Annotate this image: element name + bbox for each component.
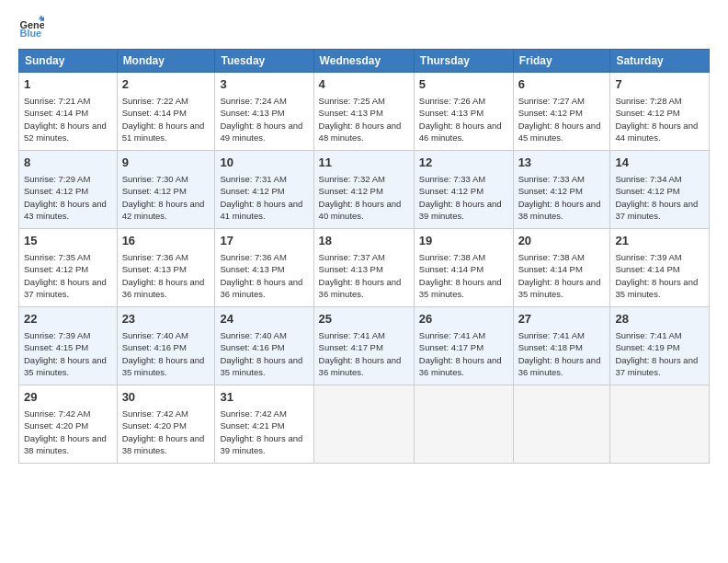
weekday-header: Thursday — [414, 50, 513, 73]
calendar-header-row: SundayMondayTuesdayWednesdayThursdayFrid… — [19, 50, 710, 73]
day-number: 18 — [319, 233, 409, 249]
calendar-cell: 19 Sunrise: 7:38 AM Sunset: 4:14 PM Dayl… — [414, 229, 513, 307]
daylight-text: Daylight: 8 hours and 42 minutes. — [122, 199, 205, 221]
day-number: 20 — [518, 233, 606, 249]
calendar-cell: 4 Sunrise: 7:25 AM Sunset: 4:13 PM Dayli… — [313, 73, 414, 151]
day-number: 16 — [122, 233, 210, 249]
sunset-text: Sunset: 4:12 PM — [518, 186, 583, 196]
weekday-header: Wednesday — [313, 50, 414, 73]
sunrise-text: Sunrise: 7:35 AM — [24, 252, 90, 262]
calendar-cell — [414, 385, 513, 464]
calendar-cell: 30 Sunrise: 7:42 AM Sunset: 4:20 PM Dayl… — [117, 385, 215, 464]
day-number: 9 — [122, 155, 210, 171]
sunrise-text: Sunrise: 7:41 AM — [518, 330, 585, 340]
calendar-week-row: 1 Sunrise: 7:21 AM Sunset: 4:14 PM Dayli… — [19, 73, 710, 151]
day-number: 24 — [220, 311, 308, 327]
day-number: 1 — [24, 76, 112, 93]
sunset-text: Sunset: 4:17 PM — [319, 342, 383, 352]
weekday-header: Friday — [513, 50, 610, 73]
logo-icon: General Blue — [18, 14, 44, 40]
sunset-text: Sunset: 4:13 PM — [419, 108, 483, 118]
daylight-text: Daylight: 8 hours and 36 minutes. — [220, 277, 302, 299]
daylight-text: Daylight: 8 hours and 35 minutes. — [24, 355, 107, 377]
sunset-text: Sunset: 4:20 PM — [24, 420, 88, 431]
calendar-cell: 13 Sunrise: 7:33 AM Sunset: 4:12 PM Dayl… — [513, 151, 610, 229]
day-number: 30 — [122, 389, 210, 406]
sunset-text: Sunset: 4:16 PM — [122, 342, 187, 352]
daylight-text: Daylight: 8 hours and 35 minutes. — [122, 355, 205, 377]
sunset-text: Sunset: 4:12 PM — [220, 186, 284, 196]
calendar-cell — [513, 385, 610, 464]
weekday-header: Saturday — [610, 50, 710, 73]
sunset-text: Sunset: 4:21 PM — [220, 420, 284, 431]
sunrise-text: Sunrise: 7:33 AM — [518, 174, 585, 184]
day-number: 5 — [419, 76, 508, 93]
sunset-text: Sunset: 4:12 PM — [319, 186, 383, 196]
sunrise-text: Sunrise: 7:42 AM — [122, 408, 188, 419]
sunrise-text: Sunrise: 7:31 AM — [220, 174, 286, 184]
sunrise-text: Sunrise: 7:41 AM — [615, 330, 681, 340]
sunrise-text: Sunrise: 7:30 AM — [122, 174, 188, 184]
calendar-cell: 15 Sunrise: 7:35 AM Sunset: 4:12 PM Dayl… — [19, 229, 118, 307]
daylight-text: Daylight: 8 hours and 43 minutes. — [24, 199, 107, 221]
weekday-header: Monday — [117, 50, 215, 73]
calendar-cell: 10 Sunrise: 7:31 AM Sunset: 4:12 PM Dayl… — [215, 151, 313, 229]
day-number: 6 — [518, 76, 606, 93]
sunset-text: Sunset: 4:18 PM — [518, 342, 583, 352]
sunrise-text: Sunrise: 7:42 AM — [24, 408, 90, 419]
daylight-text: Daylight: 8 hours and 40 minutes. — [319, 199, 402, 221]
header: General Blue — [18, 14, 710, 40]
daylight-text: Daylight: 8 hours and 36 minutes. — [122, 277, 205, 299]
day-number: 13 — [518, 155, 606, 171]
day-number: 28 — [615, 311, 704, 327]
day-number: 4 — [319, 76, 409, 93]
sunset-text: Sunset: 4:12 PM — [615, 108, 679, 118]
day-number: 11 — [319, 155, 409, 171]
day-number: 25 — [319, 311, 409, 327]
daylight-text: Daylight: 8 hours and 48 minutes. — [319, 121, 402, 143]
calendar-cell: 28 Sunrise: 7:41 AM Sunset: 4:19 PM Dayl… — [610, 307, 710, 385]
calendar-cell: 9 Sunrise: 7:30 AM Sunset: 4:12 PM Dayli… — [117, 151, 215, 229]
calendar-cell: 21 Sunrise: 7:39 AM Sunset: 4:14 PM Dayl… — [610, 229, 710, 307]
daylight-text: Daylight: 8 hours and 39 minutes. — [220, 433, 302, 455]
sunset-text: Sunset: 4:14 PM — [24, 108, 88, 118]
sunrise-text: Sunrise: 7:38 AM — [518, 252, 585, 262]
daylight-text: Daylight: 8 hours and 41 minutes. — [220, 199, 302, 221]
daylight-text: Daylight: 8 hours and 35 minutes. — [220, 355, 302, 377]
calendar-cell: 14 Sunrise: 7:34 AM Sunset: 4:12 PM Dayl… — [610, 151, 710, 229]
calendar-week-row: 29 Sunrise: 7:42 AM Sunset: 4:20 PM Dayl… — [19, 385, 710, 464]
calendar-cell: 2 Sunrise: 7:22 AM Sunset: 4:14 PM Dayli… — [117, 73, 215, 151]
calendar-cell: 11 Sunrise: 7:32 AM Sunset: 4:12 PM Dayl… — [313, 151, 414, 229]
daylight-text: Daylight: 8 hours and 44 minutes. — [615, 121, 698, 143]
sunset-text: Sunset: 4:14 PM — [122, 108, 187, 118]
calendar-week-row: 22 Sunrise: 7:39 AM Sunset: 4:15 PM Dayl… — [19, 307, 710, 385]
calendar-cell: 26 Sunrise: 7:41 AM Sunset: 4:17 PM Dayl… — [414, 307, 513, 385]
sunrise-text: Sunrise: 7:39 AM — [615, 252, 681, 262]
sunset-text: Sunset: 4:13 PM — [319, 264, 383, 274]
sunrise-text: Sunrise: 7:29 AM — [24, 174, 90, 184]
daylight-text: Daylight: 8 hours and 36 minutes. — [419, 355, 502, 377]
sunrise-text: Sunrise: 7:36 AM — [220, 252, 286, 262]
sunset-text: Sunset: 4:12 PM — [615, 186, 679, 196]
sunrise-text: Sunrise: 7:27 AM — [518, 96, 585, 106]
day-number: 3 — [220, 76, 308, 93]
day-number: 17 — [220, 233, 308, 249]
sunrise-text: Sunrise: 7:24 AM — [220, 96, 286, 106]
calendar-cell: 23 Sunrise: 7:40 AM Sunset: 4:16 PM Dayl… — [117, 307, 215, 385]
day-number: 10 — [220, 155, 308, 171]
calendar-cell: 6 Sunrise: 7:27 AM Sunset: 4:12 PM Dayli… — [513, 73, 610, 151]
sunset-text: Sunset: 4:19 PM — [615, 342, 679, 352]
sunset-text: Sunset: 4:14 PM — [518, 264, 583, 274]
sunset-text: Sunset: 4:15 PM — [24, 342, 88, 352]
day-number: 22 — [24, 311, 112, 327]
sunset-text: Sunset: 4:16 PM — [220, 342, 284, 352]
day-number: 27 — [518, 311, 606, 327]
calendar-cell: 18 Sunrise: 7:37 AM Sunset: 4:13 PM Dayl… — [313, 229, 414, 307]
sunrise-text: Sunrise: 7:37 AM — [319, 252, 385, 262]
calendar-cell: 25 Sunrise: 7:41 AM Sunset: 4:17 PM Dayl… — [313, 307, 414, 385]
daylight-text: Daylight: 8 hours and 46 minutes. — [419, 121, 502, 143]
sunrise-text: Sunrise: 7:39 AM — [24, 330, 90, 340]
day-number: 8 — [24, 155, 112, 171]
sunset-text: Sunset: 4:12 PM — [24, 264, 88, 274]
daylight-text: Daylight: 8 hours and 37 minutes. — [615, 199, 698, 221]
